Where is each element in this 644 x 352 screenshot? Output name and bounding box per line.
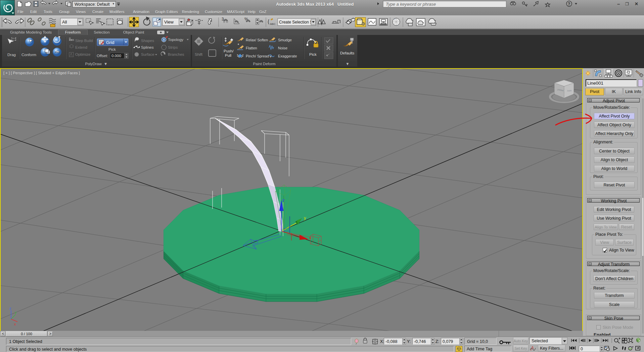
svg-text:?: ?: [568, 2, 570, 6]
svg-text:Step Build: Step Build: [75, 39, 93, 43]
svg-text:Push/: Push/: [224, 49, 234, 53]
svg-text:❐: ❐: [625, 2, 629, 6]
svg-text:x: x: [309, 235, 312, 240]
svg-text:View: View: [164, 19, 174, 25]
svg-text:Relax/ Soften: Relax/ Soften: [246, 38, 268, 42]
svg-text:Z:: Z:: [435, 339, 439, 344]
svg-text:Y:: Y:: [407, 339, 411, 344]
svg-text:Flatten: Flatten: [246, 46, 257, 50]
svg-text:Extend: Extend: [75, 45, 87, 49]
svg-text:Conform: Conform: [21, 53, 36, 57]
svg-text:LEFT: LEFT: [567, 89, 572, 92]
svg-text:Splines: Splines: [141, 45, 154, 49]
svg-text:Pinch/ Spread: Pinch/ Spread: [246, 54, 269, 58]
svg-text:y: y: [304, 215, 306, 220]
svg-text:–: –: [617, 1, 620, 7]
svg-text:Noise: Noise: [278, 46, 287, 50]
svg-text:Surface: Surface: [141, 52, 154, 56]
svg-text:Pull: Pull: [225, 53, 231, 57]
svg-text:[ + ] [ Perspective ] [ Shaded: [ + ] [ Perspective ] [ Shaded + Edged F…: [3, 71, 80, 75]
svg-text:Exaggerate: Exaggerate: [278, 54, 297, 58]
svg-text:Optimize: Optimize: [75, 52, 90, 56]
svg-text:Pick: Pick: [309, 52, 317, 56]
svg-text:Strips: Strips: [168, 45, 178, 49]
svg-text:z: z: [9, 306, 11, 310]
svg-text:ABC: ABC: [270, 23, 276, 26]
svg-text:Pick: Pick: [108, 47, 116, 51]
svg-text:Defaults: Defaults: [340, 51, 354, 55]
svg-text:x: x: [14, 322, 16, 326]
svg-text:Create Selection Se: Create Selection Se: [279, 20, 315, 25]
svg-text:{: {: [268, 18, 269, 24]
svg-text:Smudge: Smudge: [278, 38, 292, 42]
svg-text:Grid: Grid: [106, 40, 114, 45]
svg-text:Shift: Shift: [195, 52, 203, 56]
svg-text:Drag: Drag: [7, 53, 16, 57]
svg-text:All: All: [62, 19, 67, 25]
svg-text:y: y: [15, 310, 17, 314]
svg-text:Branches: Branches: [168, 52, 184, 56]
svg-text:Offset:: Offset:: [97, 54, 108, 58]
svg-text:0.000: 0.000: [111, 54, 121, 58]
svg-text:Shapes: Shapes: [141, 39, 154, 43]
svg-text:Topology: Topology: [168, 38, 183, 42]
svg-text:z: z: [282, 197, 285, 203]
svg-text:✕: ✕: [635, 1, 638, 6]
